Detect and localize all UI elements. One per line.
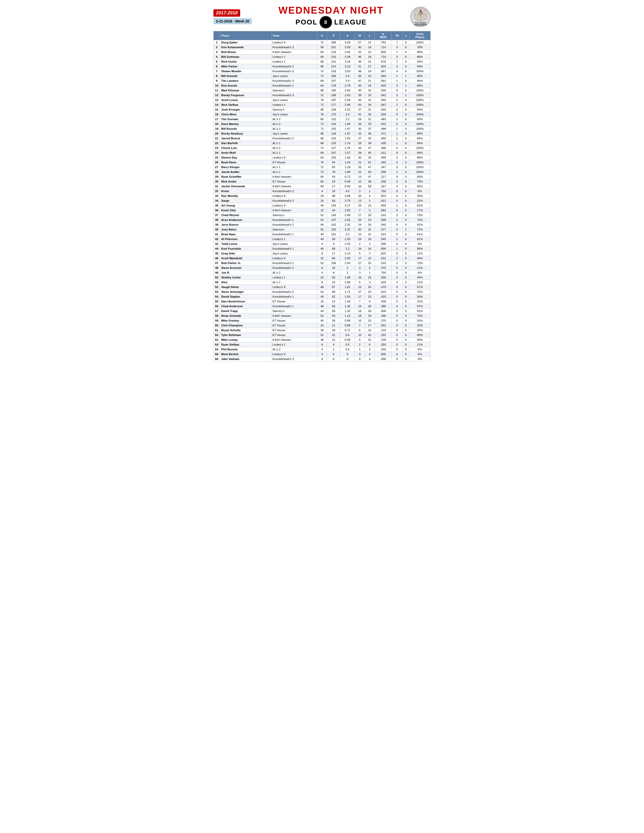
table-row: 22Dan BarfothAL's 1681201.762939.4261094… [214, 141, 431, 146]
table-row: 35Art YoungLindey's 9441443.272915.65910… [214, 203, 431, 208]
table-row: 9Tim LandersKnucklehead's 3681972.94721.… [214, 79, 431, 83]
table-row: 26Brad DavisET House76941.242151.2920210… [214, 160, 431, 165]
table-row: 46Scott WamboldLindey's 932662.061715.53… [214, 256, 431, 261]
table-row: 11Matt KitzmanSammy's681902.644032.55660… [214, 88, 431, 93]
table-row: 59Mike GreeleyET House40390.981525.37500… [214, 318, 431, 323]
table-row: 66Mark BerlickLindey's 940004.000006% [214, 352, 431, 357]
header-right: Tom Sawyer AMUSEMENTS [411, 7, 431, 27]
col-g: G [317, 31, 327, 40]
table-row: 37Chad RhynerSammy's521402.692725.519307… [214, 213, 431, 217]
title-pool-text: POOL [295, 18, 317, 26]
col-w: W [355, 31, 365, 40]
header-title: WEDNESDAY NIGHT POOL 8 LEAGUE [279, 5, 384, 29]
col-pct: %WON [375, 31, 391, 40]
table-row: 14Nick SiefkasLindey's 1721772.464329.59… [214, 103, 431, 107]
table-row: 52Vaugh DieterLindey's 948871.812325.479… [214, 285, 431, 289]
col-p: P [327, 31, 340, 40]
table-row: 33Roy WoodlyLindey's 924984.08204.833423… [214, 194, 431, 198]
table-row: 8Bill SchmitzJay's Lanes722092.95022.694… [214, 74, 431, 79]
table-row: 40Joey BelesSammy's521202.313022.5770172… [214, 227, 431, 232]
col-tr: TR [391, 31, 402, 40]
table-row: 10Ron ArendtKnucklehead's 1641782.784024… [214, 83, 431, 88]
table-row: 60Clint ChampionET House24210.88717.2920… [214, 323, 431, 328]
sponsor-name: Tom Sawyer [415, 22, 427, 24]
table-header-row: Player Team G P A W L %WON TR ● %%%Playe… [214, 31, 431, 40]
table-row: 38Aron AndersonKnucklehead's 1521372.632… [214, 217, 431, 222]
table-row: 50AlexAL's 18151.8853.6250011% [214, 280, 431, 285]
table-row: 19Bill BourdoAL's 2721421.973537.4861010… [214, 127, 431, 131]
table-row: 31Jackie OstrowskiIt Ain't Heaven60270.4… [214, 184, 431, 189]
table-row: 41Brad HaasKnucklehead's 1441012.32321.5… [214, 232, 431, 237]
table-row: 53Steve SchneigerKnucklehead's 252891.71… [214, 289, 431, 294]
table-row: 3Bob BraunIt Ain't Heaven642193.424222.6… [214, 50, 431, 55]
table-row: 66Jake VadnaisKnucklehead's 340004.00000… [214, 357, 431, 362]
table-row: 25Dianne DayLindey's 9641001.563034.4690… [214, 155, 431, 160]
table-row: 42Al PetersonLindey's 144992.252420.5451… [214, 237, 431, 241]
table-row: 54David StaplesKnucklehead's 140621.5517… [214, 294, 431, 299]
year-badge: 2017-2018 [213, 9, 240, 17]
table-row: 57David TrappSammy's44581.321826.4090061… [214, 309, 431, 314]
table-row: 17Tim GormanAL's 2601322.22931.4832083% [214, 117, 431, 122]
col-pct-played: %%%Played [409, 31, 430, 40]
table-row: 12Randy FergusonKnucklehead's 3721892.63… [214, 93, 431, 98]
table-row: 44Kurt FuersteinKnucklehead's 140882.224… [214, 246, 431, 251]
sponsor-sub: AMUSEMENTS [414, 24, 427, 26]
table-row: 13Scott LooseJay's Lanes761972.594531.59… [214, 98, 431, 103]
table-row: 34SargeKnucklehead's 316603.75133.813202… [214, 198, 431, 203]
table-row: 27Barry KlingerAL's 172851.182547.347001… [214, 165, 431, 170]
table-row: 42Todd LooseJay's Lanes492.2522.500005% [214, 241, 431, 246]
table-row: 6Mike ParkerKnucklehead's 2682143.154127… [214, 64, 431, 69]
table-row: 20Rocky NewburyJay's Lanes681341.973236.… [214, 131, 431, 136]
table-row: 62Tyler BehlmanET House52310.61042.19200… [214, 333, 431, 338]
table-row: 32KevinKnucklehead's 24184.531.750006% [214, 189, 431, 194]
table-row: 28Jacob AndlerAL's 172781.082250.3061010… [214, 170, 431, 174]
table-row: 5Rick UszlerLindey's 1682153.164622.6767… [214, 60, 431, 64]
col-a: A [340, 31, 355, 40]
date-badge: 2-21-2018 - Week 20 [213, 18, 252, 24]
table-row: 64Phil BourdoAL's 2420.513.250006% [214, 347, 431, 352]
page-header: 2017-2018 2-21-2018 - Week 20 WEDNESDAY … [213, 5, 431, 29]
col-l: L [365, 31, 375, 40]
col-team: Team [272, 31, 317, 40]
title-line1: WEDNESDAY NIGHT [279, 5, 384, 16]
table-row: 36Kevin OttoIt Ain't Heaven12342.8375.58… [214, 208, 431, 213]
table-row: 21Jarred BoerstKnucklehead's 2601161.932… [214, 136, 431, 141]
header-left: 2017-2018 2-21-2018 - Week 20 [213, 9, 252, 24]
col-player: Player [220, 31, 272, 40]
title-league-text: LEAGUE [334, 18, 367, 26]
table-row: 24Arnie WulfAL's 1681071.572840.4120094% [214, 150, 431, 155]
table-row: 50Shelley CarterLindey's 132601.881616.5… [214, 275, 431, 280]
col-8ball: ● [402, 31, 409, 40]
table-row: 61Bryan SchultzET House28200.71622.21400… [214, 328, 431, 333]
table-row: 23Chuck LoisAL's 2721271.763537.48600100… [214, 146, 431, 150]
table-row: 56Chad AndersonKnucklehead's 148651.3519… [214, 304, 431, 309]
table-row: 2Ken KolanowskiKnucklehead's 3562013.594… [214, 45, 431, 50]
table-row: 48Steve ArnesonKnucklehead's 2816235.375… [214, 265, 431, 270]
table-row: 47Bob Parker Jr.Knucklehead's 2521062.04… [214, 261, 431, 265]
eight-ball-icon: 8 [319, 16, 332, 29]
table-row: 15Josh KruegerSammy's681582.323731.54420… [214, 107, 431, 112]
table-row: 7Shawn MuellerKnucklehead's 3722183.0348… [214, 69, 431, 74]
table-row: 4Bill GuthmanLindey's 1642163.384618.719… [214, 55, 431, 60]
table-row: 39Jerry BoerstKnucklehead's 2441022.3224… [214, 222, 431, 227]
title-line2: POOL 8 LEAGUE [295, 16, 367, 29]
table-row: 1Doug EpkerLindey's 9723084.285715.79270… [214, 40, 431, 45]
table-row: 45Greg SitteJay's Lanes8172.1353.6250011… [214, 251, 431, 256]
table-row: 29Ryan SchefflerIt Ain't Heaven60430.721… [214, 174, 431, 179]
col-rank [214, 31, 220, 40]
table-row: 58Brian SchmidtIt Ain't Heaven52591.1318… [214, 314, 431, 318]
table-row: 30Nick AndreET House60290.481248.2000079… [214, 179, 431, 184]
standings-table: Player Team G P A W L %WON TR ● %%%Playe… [213, 31, 431, 362]
table-row: 18Dave ManleyAL's 2721431.993933.5420010… [214, 122, 431, 127]
table-row: 48Joe R.AL's 248231.750006% [214, 270, 431, 275]
table-row: 55Dan HendricksonET House16231.4479.4380… [214, 299, 431, 304]
tom-sawyer-logo: Tom Sawyer AMUSEMENTS [411, 7, 431, 27]
table-row: 63Mike LemayIt Ain't Heaven36210.58531.1… [214, 338, 431, 342]
table-row: 64Ryan SiefkasLindey's 1840.526.2500011% [214, 342, 431, 347]
table-row: 16Chris WestJay's Lanes761752.34135.5390… [214, 112, 431, 117]
